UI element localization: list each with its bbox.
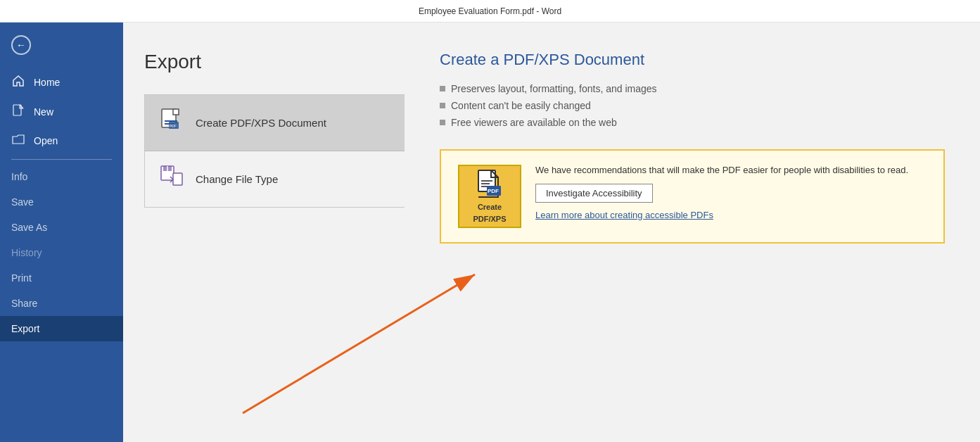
page-title: Export [144, 51, 383, 73]
back-icon: ← [11, 35, 31, 55]
change-file-type-option[interactable]: Change File Type [144, 151, 405, 208]
sidebar-new-label: New [34, 106, 53, 118]
sidebar-history-label: History [11, 247, 42, 258]
main-area: Export [123, 23, 980, 442]
notice-doc-svg: PDF [474, 169, 505, 200]
feature-text-3: Free viewers are available on the web [451, 117, 617, 128]
feature-text-1: Preserves layout, formatting, fonts, and… [451, 83, 657, 94]
sidebar-item-share[interactable]: Share [0, 291, 123, 316]
create-pdf-option[interactable]: PDF Create PDF/XPS Document [144, 94, 405, 151]
sidebar-nav: Home New Open [0, 68, 123, 155]
svg-rect-4 [173, 109, 179, 115]
sidebar-home-label: Home [34, 77, 60, 88]
notice-text: We have recommendations that will make t… [535, 165, 927, 175]
sidebar-item-new[interactable]: New [0, 97, 123, 127]
sidebar-item-history[interactable]: History [0, 240, 123, 265]
sidebar-save-label: Save [11, 196, 34, 208]
sidebar-item-info[interactable]: Info [0, 164, 123, 189]
bullet-3 [440, 120, 445, 125]
bullet-2 [440, 103, 445, 108]
open-icon [11, 134, 25, 148]
change-file-icon [159, 164, 184, 194]
sidebar-share-label: Share [11, 298, 37, 309]
panel-title: Create a PDF/XPS Document [440, 51, 945, 69]
sidebar-item-open[interactable]: Open [0, 127, 123, 155]
sidebar-save-as-label: Save As [11, 222, 47, 233]
sidebar-info-label: Info [11, 171, 27, 182]
notice-icon-box[interactable]: PDF Create PDF/XPS [458, 165, 521, 228]
sidebar-print-label: Print [11, 272, 32, 284]
home-icon [11, 75, 25, 90]
sidebar-export-label: Export [11, 323, 39, 334]
sidebar: ← Home New [0, 23, 123, 442]
investigate-accessibility-button[interactable]: Investigate Accessibility [535, 184, 653, 203]
sidebar-item-print[interactable]: Print [0, 265, 123, 291]
svg-rect-13 [481, 180, 492, 182]
sidebar-item-save[interactable]: Save [0, 189, 123, 215]
svg-rect-5 [165, 120, 177, 122]
accessibility-notice: PDF Create PDF/XPS We have recommendatio… [440, 149, 945, 244]
create-pdf-label: Create PDF/XPS Document [196, 117, 326, 129]
pdf-icon: PDF [159, 108, 184, 138]
bullet-1 [440, 86, 445, 91]
feature-item-3: Free viewers are available on the web [440, 117, 945, 128]
new-icon [11, 104, 25, 120]
right-panel: Create a PDF/XPS Document Preserves layo… [405, 23, 980, 442]
sidebar-open-label: Open [34, 135, 58, 146]
sidebar-item-export[interactable]: Export [0, 316, 123, 341]
title-text: Employee Evaluation Form.pdf - Word [419, 6, 561, 16]
sidebar-divider [11, 159, 112, 160]
features-list: Preserves layout, formatting, fonts, and… [440, 83, 945, 128]
export-options-list: PDF Create PDF/XPS Document [144, 94, 405, 208]
svg-text:PDF: PDF [170, 124, 177, 128]
title-bar: Employee Evaluation Form.pdf - Word [0, 0, 980, 23]
feature-item-1: Preserves layout, formatting, fonts, and… [440, 83, 945, 94]
svg-text:PDF: PDF [488, 188, 499, 194]
feature-item-2: Content can't be easily changed [440, 100, 945, 111]
export-content: Export [123, 23, 405, 442]
notice-icon-label1: Create [478, 203, 502, 212]
notice-content: We have recommendations that will make t… [535, 165, 927, 220]
sidebar-item-home[interactable]: Home [0, 68, 123, 97]
notice-icon-label2: PDF/XPS [473, 215, 506, 224]
sidebar-item-save-as[interactable]: Save As [0, 215, 123, 240]
back-button[interactable]: ← [0, 23, 123, 68]
change-file-type-label: Change File Type [196, 173, 278, 185]
sidebar-bottom-nav: Info Save Save As History Print Share Ex… [0, 164, 123, 341]
learn-more-link[interactable]: Learn more about creating accessible PDF… [535, 210, 927, 220]
svg-rect-11 [173, 173, 182, 185]
feature-text-2: Content can't be easily changed [451, 100, 591, 111]
svg-rect-14 [481, 183, 490, 184]
